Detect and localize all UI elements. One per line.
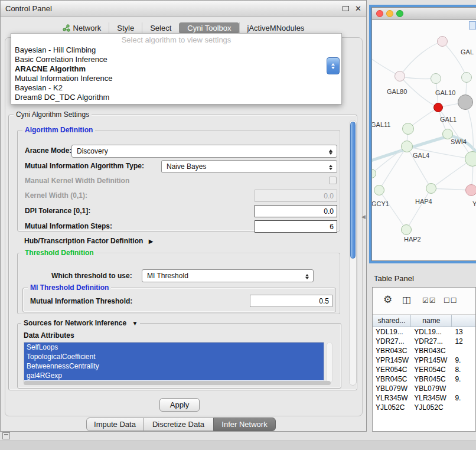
gear-icon[interactable]: ⚙ bbox=[383, 294, 392, 306]
network-node[interactable] bbox=[433, 103, 443, 112]
minimize-traffic-light[interactable] bbox=[386, 10, 393, 17]
table-cell[interactable]: 13 bbox=[452, 327, 475, 337]
network-node[interactable] bbox=[465, 184, 476, 196]
popup-item-mutual-information[interactable]: Mutual Information Inference bbox=[11, 74, 341, 83]
table-cell[interactable]: YBR045C bbox=[411, 374, 452, 384]
table-cell[interactable]: YDR27... bbox=[411, 337, 452, 346]
table-row[interactable]: YBR045CYBR045C9. bbox=[373, 374, 475, 384]
table-row[interactable]: YDR27...YDR27...12 bbox=[373, 337, 475, 346]
popup-item-bayesian-k2[interactable]: Bayesian - K2 bbox=[11, 83, 341, 93]
attributes-list-scrollbar[interactable] bbox=[327, 342, 332, 383]
table-cell[interactable]: YPR145W bbox=[411, 356, 452, 365]
popup-item-basic-correlation[interactable]: Basic Correlation Inference bbox=[11, 55, 341, 64]
table-cell[interactable] bbox=[452, 384, 475, 393]
network-node[interactable] bbox=[402, 123, 414, 135]
table-cell[interactable] bbox=[452, 403, 475, 412]
hub-transcription-expander[interactable]: Hub/Transcription Factor Definition ▶ bbox=[24, 237, 153, 245]
close-traffic-light[interactable] bbox=[376, 10, 383, 17]
table-row[interactable]: YPR145WYPR145W9. bbox=[373, 356, 475, 365]
list-item-betweennesscentrality[interactable]: BetweennessCentrality bbox=[24, 361, 324, 371]
which-threshold-combo[interactable]: MI Threshold bbox=[142, 269, 314, 282]
tab-discretize-data[interactable]: Discretize Data bbox=[143, 418, 214, 431]
tab-jactivemnodules[interactable]: jActiveMNodules bbox=[239, 22, 312, 34]
tab-impute-data[interactable]: Impute Data bbox=[86, 418, 144, 431]
mi-threshold-field[interactable] bbox=[250, 295, 332, 307]
network-node[interactable] bbox=[395, 71, 405, 81]
list-item-gal4rgexp[interactable]: gal4RGexp bbox=[24, 371, 324, 380]
table-cell[interactable]: YJL052C bbox=[373, 403, 411, 412]
splitter-collapse-icon[interactable]: ◀ bbox=[361, 214, 366, 220]
network-node[interactable] bbox=[465, 151, 476, 167]
settings-scrollbar[interactable] bbox=[349, 120, 357, 386]
tab-select[interactable]: Select bbox=[142, 22, 179, 34]
table-cell[interactable]: YBL079W bbox=[411, 384, 452, 393]
zoom-traffic-light[interactable] bbox=[396, 10, 403, 17]
attributes-hscrollbar[interactable] bbox=[24, 381, 331, 385]
list-item-selfloops[interactable]: SelfLoops bbox=[24, 343, 324, 352]
table-cell[interactable]: YDL19... bbox=[373, 327, 411, 337]
network-canvas[interactable]: GALGAL80GAL10GAL11GAL1SWI4GAL4GCY1HAP4HA… bbox=[372, 20, 476, 260]
table-cell[interactable]: 9. bbox=[452, 356, 475, 365]
column-header-cut[interactable] bbox=[452, 315, 475, 327]
popup-item-aracne[interactable]: ARACNE Algorithm bbox=[11, 64, 341, 74]
table-cell[interactable] bbox=[452, 346, 475, 356]
deselect-all-columns-icon[interactable]: ☐☐ bbox=[444, 296, 458, 305]
column-header-shared-name[interactable]: shared... bbox=[373, 315, 411, 327]
sources-expander[interactable]: Sources for Network Inference ▼ bbox=[21, 319, 140, 328]
select-all-columns-icon[interactable]: ☑☑ bbox=[422, 296, 436, 305]
network-node[interactable] bbox=[458, 94, 473, 110]
algorithm-definition-title: Algorithm Definition bbox=[22, 126, 95, 134]
table-row[interactable]: YLR345WYLR345W9. bbox=[373, 393, 475, 403]
table-cell[interactable]: 8. bbox=[452, 365, 475, 374]
table-cell[interactable]: YLR345W bbox=[411, 393, 452, 403]
network-node[interactable] bbox=[431, 73, 441, 84]
table-cell[interactable]: YDR27... bbox=[373, 337, 411, 346]
table-cell[interactable]: 9. bbox=[452, 393, 475, 403]
table-row[interactable]: YJL052CYJL052C bbox=[373, 403, 475, 412]
tab-style[interactable]: Style bbox=[109, 22, 142, 34]
mi-algorithm-type-combo[interactable]: Naive Bayes bbox=[161, 160, 337, 173]
mi-steps-field[interactable] bbox=[255, 220, 337, 233]
network-scrollbar-stub[interactable] bbox=[469, 21, 476, 30]
combo-arrows-icon bbox=[329, 148, 332, 156]
table-cell[interactable]: YJL052C bbox=[411, 403, 452, 412]
aracne-mode-combo[interactable]: Discovery bbox=[71, 145, 337, 158]
table-cell[interactable]: YBR045C bbox=[373, 374, 411, 384]
table-cell[interactable]: YER054C bbox=[373, 365, 411, 374]
apply-button[interactable]: Apply bbox=[159, 398, 200, 412]
dpi-tolerance-field[interactable] bbox=[255, 205, 337, 217]
columns-icon[interactable]: ◫ bbox=[402, 294, 411, 305]
table-row[interactable]: YBR043CYBR043C bbox=[373, 346, 475, 356]
close-window-icon[interactable]: ✕ bbox=[355, 4, 361, 13]
column-header-name[interactable]: name bbox=[411, 315, 452, 327]
network-node[interactable] bbox=[401, 224, 412, 235]
algorithm-combo-button[interactable] bbox=[327, 57, 340, 74]
table-row[interactable]: YBL079WYBL079W bbox=[373, 384, 475, 393]
table-cell[interactable]: YBR043C bbox=[411, 346, 452, 356]
list-item-topologicalcoefficient[interactable]: TopologicalCoefficient bbox=[24, 352, 324, 361]
table-row[interactable]: YDL19...YDL19...13 bbox=[373, 327, 475, 337]
float-window-icon[interactable] bbox=[343, 6, 349, 11]
network-node[interactable] bbox=[461, 72, 472, 83]
popup-item-bayesian-hill-climbing[interactable]: Bayesian - Hill Climbing bbox=[11, 45, 341, 55]
table-cell[interactable]: YBL079W bbox=[373, 384, 411, 393]
table-cell[interactable]: 9. bbox=[452, 374, 475, 384]
settings-scrollbar-thumb[interactable] bbox=[350, 122, 356, 259]
tab-network[interactable]: Network bbox=[55, 22, 109, 34]
network-node[interactable] bbox=[374, 185, 384, 195]
table-cell[interactable]: YLR345W bbox=[373, 393, 411, 403]
popup-item-dream8[interactable]: Dream8 DC_TDC Algorithm bbox=[11, 93, 341, 102]
network-node[interactable] bbox=[437, 36, 448, 47]
table-row[interactable]: YER054CYER054C8. bbox=[373, 365, 475, 374]
tab-cyni-toolbox[interactable]: Cyni Toolbox bbox=[179, 22, 239, 34]
table-cell[interactable]: YBR043C bbox=[373, 346, 411, 356]
table-cell[interactable]: YER054C bbox=[411, 365, 452, 374]
table-cell[interactable]: YPR145W bbox=[373, 356, 411, 365]
panel-dock-icon[interactable] bbox=[2, 432, 10, 439]
tab-infer-network[interactable]: Infer Network bbox=[213, 418, 276, 431]
table-cell[interactable]: 12 bbox=[452, 337, 475, 346]
table-cell[interactable]: YDL19... bbox=[411, 327, 452, 337]
network-node[interactable] bbox=[426, 183, 436, 194]
manual-kernel-width-label: Manual Kernel Width Definition bbox=[25, 177, 129, 185]
network-node[interactable] bbox=[401, 141, 413, 152]
